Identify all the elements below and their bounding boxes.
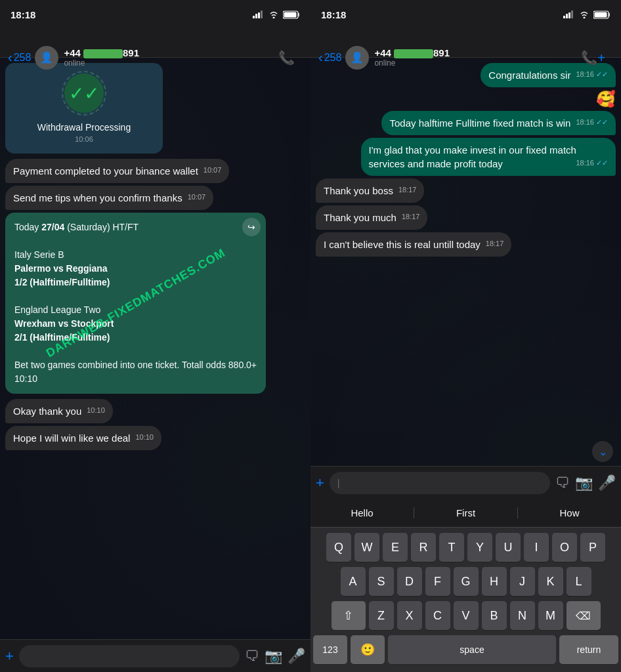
scroll-to-bottom[interactable]: ⌄ xyxy=(592,441,613,462)
key-p[interactable]: P xyxy=(580,533,605,562)
left-panel: 18:18 ‹ xyxy=(0,0,310,672)
key-d[interactable]: D xyxy=(397,567,422,596)
okay-time: 10:10 xyxy=(87,406,105,415)
match-wrexham-result: 2/1 (Halftime/Fulltime) xyxy=(14,331,257,345)
back-button-left[interactable]: ‹ 258 xyxy=(8,50,31,65)
key-z[interactable]: Z xyxy=(369,601,394,630)
svg-rect-6 xyxy=(284,12,297,17)
key-row-4: 123 🙂 space return xyxy=(313,635,618,664)
svg-rect-7 xyxy=(563,16,565,18)
signal-icon-left xyxy=(253,10,265,18)
backspace-key[interactable]: ⌫ xyxy=(567,601,601,630)
key-r[interactable]: R xyxy=(411,533,436,562)
plus-icon-left[interactable]: + xyxy=(5,648,14,665)
chat-area-right[interactable]: Congratulations sir 18:16 ✓✓ 🥰 Today hal… xyxy=(310,58,621,495)
thankyou-row: Thank you boss 18:17 xyxy=(316,178,616,203)
key-b[interactable]: B xyxy=(482,601,507,630)
match-wrexham: Wrexham vs Stockport xyxy=(14,317,257,331)
thankyou-time: 18:17 xyxy=(398,185,417,195)
return-key[interactable]: return xyxy=(559,635,618,664)
suggestion-first[interactable]: First xyxy=(414,507,518,518)
halftime-bubble: Today halftime Fulltime fixed match is w… xyxy=(381,111,616,135)
contact-info-right: +44 891 online xyxy=(374,47,573,68)
call-icon-left[interactable]: 📞 xyxy=(278,50,295,66)
share-button[interactable]: ↪ xyxy=(242,218,261,236)
svg-rect-13 xyxy=(595,12,607,17)
tips-time: 10:07 xyxy=(188,192,206,202)
cantbelieve-bubble: I can't believe this is real untill toda… xyxy=(316,232,511,257)
key-u[interactable]: U xyxy=(496,533,521,562)
halftime-time: 18:16 ✓✓ xyxy=(576,117,608,127)
numbers-key[interactable]: 123 xyxy=(313,635,347,664)
thankyoumuch-time: 18:17 xyxy=(402,212,420,222)
svg-rect-2 xyxy=(258,12,260,18)
key-y[interactable]: Y xyxy=(467,533,492,562)
input-bar-right: + | 🗨 📷 🎤 xyxy=(310,466,621,499)
key-a[interactable]: A xyxy=(341,567,366,596)
glad-row: I'm glad that you make invest in our fix… xyxy=(316,138,616,176)
wifi-icon-right xyxy=(579,10,589,18)
key-x[interactable]: X xyxy=(397,601,422,630)
mic-icon-right[interactable]: 🎤 xyxy=(598,474,616,492)
key-l[interactable]: L xyxy=(567,567,591,596)
key-c[interactable]: C xyxy=(425,601,450,630)
tips-msg-row: Send me tips when you confirm thanks 10:… xyxy=(5,186,305,210)
key-v[interactable]: V xyxy=(454,601,479,630)
chat-area-left[interactable]: ✓ Withdrawal Processing 10:06 Payment co… xyxy=(0,58,310,639)
match-bet-info: Bet two games combined into one ticket. … xyxy=(14,358,257,372)
emoji-key[interactable]: 🙂 xyxy=(351,635,385,664)
signal-icon-right xyxy=(563,10,575,18)
message-input-left[interactable] xyxy=(19,645,240,667)
key-n[interactable]: N xyxy=(510,601,535,630)
glad-text: I'm glad that you make invest in our fix… xyxy=(369,144,576,169)
back-button-right[interactable]: ‹ 258 xyxy=(318,50,341,65)
svg-rect-0 xyxy=(253,16,255,18)
key-k[interactable]: K xyxy=(538,567,563,596)
key-j[interactable]: J xyxy=(510,567,535,596)
sticker-icon-right[interactable]: 🗨 xyxy=(555,474,570,492)
space-key[interactable]: space xyxy=(388,635,556,664)
tips-text: Send me tips when you confirm thanks xyxy=(13,192,182,203)
withdrawal-row: ✓ Withdrawal Processing 10:06 xyxy=(5,63,305,156)
emoji-row: 🥰 xyxy=(316,90,616,108)
withdrawal-time: 10:06 xyxy=(75,135,93,143)
camera-icon-left[interactable]: 📷 xyxy=(265,648,282,665)
contact-info-left: +44 891 online xyxy=(64,47,270,68)
key-h[interactable]: H xyxy=(482,567,507,596)
suggestion-how[interactable]: How xyxy=(518,507,621,518)
call-icon-right[interactable]: 📞+ xyxy=(581,50,605,66)
tips-bubble: Send me tips when you confirm thanks 10:… xyxy=(5,186,213,210)
battery-icon-right xyxy=(593,10,610,19)
cantbelieve-row: I can't believe this is real untill toda… xyxy=(316,232,616,257)
camera-icon-right[interactable]: 📷 xyxy=(575,474,593,492)
key-g[interactable]: G xyxy=(454,567,479,596)
shift-key[interactable]: ⇧ xyxy=(332,601,366,630)
svg-rect-9 xyxy=(568,12,570,18)
key-i[interactable]: I xyxy=(524,533,549,562)
key-row-1: Q W E R T Y U I O P xyxy=(313,533,618,562)
key-w[interactable]: W xyxy=(354,533,379,562)
suggestion-hello[interactable]: Hello xyxy=(310,507,414,518)
okay-msg-row: Okay thank you 10:10 xyxy=(5,399,305,423)
battery-icon-left xyxy=(283,10,300,19)
key-q[interactable]: Q xyxy=(326,533,351,562)
key-f[interactable]: F xyxy=(425,567,450,596)
plus-icon-right[interactable]: + xyxy=(316,474,324,492)
payment-text: Payment completed to your binance wallet xyxy=(13,165,198,177)
key-s[interactable]: S xyxy=(369,567,394,596)
key-e[interactable]: E xyxy=(383,533,408,562)
back-count-left: 258 xyxy=(14,52,32,64)
withdrawal-card: ✓ Withdrawal Processing 10:06 xyxy=(5,63,163,154)
halftime-text: Today halftime Fulltime fixed match is w… xyxy=(389,117,570,129)
match-palermo-result: 1/2 (Halftime/Fulltime) xyxy=(14,276,257,289)
key-o[interactable]: O xyxy=(552,533,577,562)
withdrawal-icon: ✓ xyxy=(64,74,104,113)
key-m[interactable]: M xyxy=(538,601,563,630)
sticker-icon-left[interactable]: 🗨 xyxy=(245,648,259,665)
back-count-right: 258 xyxy=(324,52,342,64)
key-t[interactable]: T xyxy=(439,533,464,562)
thankyou-bubble: Thank you boss 18:17 xyxy=(316,178,424,203)
mic-icon-left[interactable]: 🎤 xyxy=(288,648,305,665)
payment-time: 10:07 xyxy=(203,165,222,175)
keyboard-suggestions: Hello First How xyxy=(310,499,621,528)
